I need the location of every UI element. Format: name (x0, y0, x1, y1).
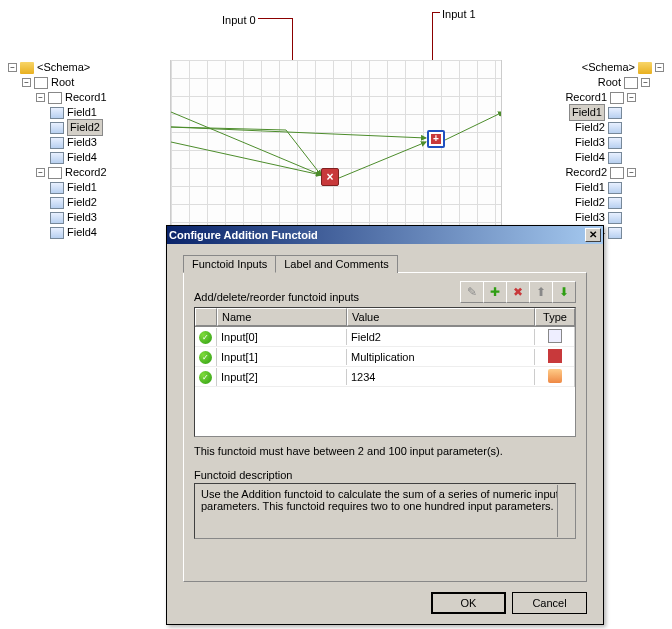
tree-label: Field1 (67, 180, 97, 195)
tree-label: Field3 (67, 210, 97, 225)
tree-node-r2-field3[interactable]: Field3 (8, 210, 148, 225)
tree-label: Root (51, 75, 74, 90)
field-icon (608, 227, 622, 239)
cell-value: Field2 (347, 329, 535, 345)
plus-icon: ✚ (490, 285, 500, 299)
tree-node-r2-field4[interactable]: Field4 (8, 225, 148, 240)
inputs-toolbar: ✎ ✚ ✖ ⬆ ⬇ (461, 281, 576, 303)
field-icon (50, 137, 64, 149)
tree-node-field4[interactable]: Field4 (524, 150, 664, 165)
tree-node-schema[interactable]: −<Schema> (8, 60, 148, 75)
tree-node-record2[interactable]: Record2− (524, 165, 664, 180)
field-icon (608, 182, 622, 194)
scroll-down-icon[interactable]: ▼ (563, 527, 571, 535)
delete-button[interactable]: ✖ (506, 281, 530, 303)
tab-functoid-inputs[interactable]: Functoid Inputs (183, 255, 276, 273)
record-icon (34, 77, 48, 89)
edit-button[interactable]: ✎ (460, 281, 484, 303)
cell-name: Input[1] (217, 349, 347, 365)
close-button[interactable]: ✕ (585, 228, 601, 242)
arrow-up-icon: ⬆ (536, 285, 546, 299)
tree-node-record1[interactable]: Record1− (524, 90, 664, 105)
record-icon (610, 92, 624, 104)
input-row-2[interactable]: ✓ Input[2] 1234 (195, 367, 575, 387)
field-icon (50, 152, 64, 164)
move-up-button[interactable]: ⬆ (529, 281, 553, 303)
cancel-button[interactable]: Cancel (512, 592, 587, 614)
tree-label: Field3 (575, 135, 605, 150)
input-row-1[interactable]: ✓ Input[1] Multiplication (195, 347, 575, 367)
dialog-button-row: OK Cancel (431, 592, 587, 614)
folder-icon (20, 62, 34, 74)
input-row-0[interactable]: ✓ Input[0] Field2 (195, 327, 575, 347)
tree-node-field4[interactable]: Field4 (8, 150, 148, 165)
tree-node-r2-field3[interactable]: Field3 (524, 210, 664, 225)
tree-label: Field2 (67, 195, 97, 210)
description-textarea[interactable]: Use the Addition functoid to calculate t… (194, 483, 576, 539)
scroll-up-icon[interactable]: ▲ (563, 487, 571, 495)
source-schema-tree[interactable]: −<Schema> −Root −Record1 Field1 Field2 F… (8, 60, 148, 240)
tree-node-root[interactable]: −Root (8, 75, 148, 90)
tree-label: Field4 (575, 150, 605, 165)
inputs-grid[interactable]: Name Value Type ✓ Input[0] Field2 ✓ Inpu… (194, 307, 576, 437)
tree-node-record1[interactable]: −Record1 (8, 90, 148, 105)
col-value[interactable]: Value (347, 308, 535, 326)
tree-node-field3[interactable]: Field3 (524, 135, 664, 150)
tree-node-field1[interactable]: Field1 (8, 105, 148, 120)
field-icon (608, 107, 622, 119)
collapse-icon[interactable]: − (641, 78, 650, 87)
tree-node-r2-field1[interactable]: Field1 (8, 180, 148, 195)
tab-panel-inputs: Add/delete/reorder functoid inputs ✎ ✚ ✖… (183, 272, 587, 582)
functoid-icon (548, 349, 562, 363)
tree-label: Field4 (67, 225, 97, 240)
collapse-icon[interactable]: − (627, 168, 636, 177)
destination-schema-tree[interactable]: <Schema>− Root− Record1− Field1 Field2 F… (524, 60, 664, 240)
tree-node-r2-field1[interactable]: Field1 (524, 180, 664, 195)
field-icon (608, 137, 622, 149)
tree-node-field2[interactable]: Field2 (524, 120, 664, 135)
tree-label: Field3 (67, 135, 97, 150)
mapper-grid-surface[interactable]: × (170, 60, 502, 230)
field-icon (50, 122, 64, 134)
arrow-down-icon: ⬇ (559, 285, 569, 299)
cell-value: 1234 (347, 369, 535, 385)
addition-functoid[interactable] (427, 130, 445, 148)
collapse-icon[interactable]: − (36, 168, 45, 177)
tree-node-field1[interactable]: Field1 (524, 105, 664, 120)
col-name[interactable]: Name (217, 308, 347, 326)
tree-label: Field1 (569, 104, 605, 121)
description-label: Functoid description (194, 469, 576, 481)
tree-label: Root (598, 75, 621, 90)
collapse-icon[interactable]: − (22, 78, 31, 87)
dialog-titlebar[interactable]: Configure Addition Functoid ✕ (167, 226, 603, 244)
tree-node-field3[interactable]: Field3 (8, 135, 148, 150)
field-icon (50, 227, 64, 239)
move-down-button[interactable]: ⬇ (552, 281, 576, 303)
tree-label: <Schema> (37, 60, 90, 75)
add-button[interactable]: ✚ (483, 281, 507, 303)
folder-icon (638, 62, 652, 74)
collapse-icon[interactable]: − (655, 63, 664, 72)
tree-node-root[interactable]: Root− (524, 75, 664, 90)
tree-node-record2[interactable]: −Record2 (8, 165, 148, 180)
field-icon (608, 122, 622, 134)
tree-node-field2[interactable]: Field2 (8, 120, 148, 135)
tree-label: Record1 (565, 90, 607, 105)
field-icon (50, 212, 64, 224)
ok-button[interactable]: OK (431, 592, 506, 614)
collapse-icon[interactable]: − (8, 63, 17, 72)
field-icon (50, 197, 64, 209)
check-icon: ✓ (199, 331, 212, 344)
tree-node-r2-field2[interactable]: Field2 (524, 195, 664, 210)
multiplication-functoid[interactable]: × (321, 168, 339, 186)
collapse-icon[interactable]: − (627, 93, 636, 102)
tree-node-schema[interactable]: <Schema>− (524, 60, 664, 75)
col-status[interactable] (195, 308, 217, 326)
tree-node-r2-field2[interactable]: Field2 (8, 195, 148, 210)
collapse-icon[interactable]: − (36, 93, 45, 102)
col-type[interactable]: Type (535, 308, 575, 326)
tab-label-comments[interactable]: Label and Comments (275, 255, 398, 273)
field-icon (50, 107, 64, 119)
callout-line-1h (432, 12, 440, 13)
check-icon: ✓ (199, 351, 212, 364)
